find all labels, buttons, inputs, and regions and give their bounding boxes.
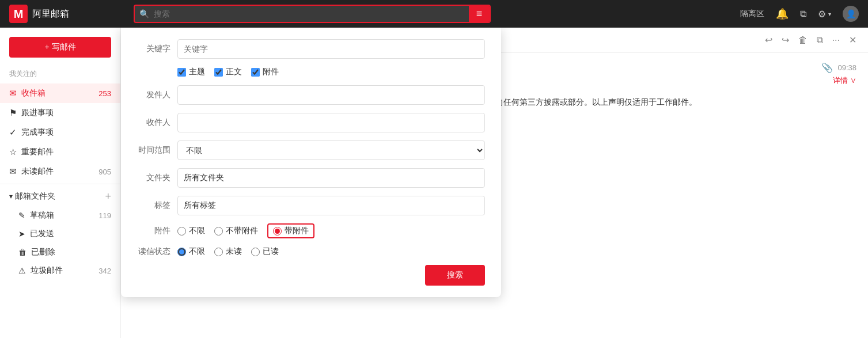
read-item[interactable]: 已读 <box>251 246 279 257</box>
read-unlimited-label: 不限 <box>189 246 205 257</box>
sender-input[interactable] <box>177 85 485 105</box>
sidebar-subitem-deleted[interactable]: 🗑 已删除 <box>0 243 120 261</box>
search-overlay: 关键字 主题 正文 附件 发件人 <box>121 28 501 297</box>
body-checkbox[interactable] <box>214 68 223 77</box>
sender-label: 发件人 <box>137 90 177 100</box>
sidebar-subitem-sent[interactable]: ➤ 已发送 <box>0 225 120 243</box>
attach-with-radio[interactable] <box>273 227 282 236</box>
checkbox-row: 主题 正文 附件 <box>137 67 485 77</box>
attachment-label: 附件 <box>263 67 279 77</box>
unread-label: 未读邮件 <box>21 166 94 177</box>
sidebar-item-unread[interactable]: ✉ 未读邮件 905 <box>0 162 120 181</box>
read-status-label: 读信状态 <box>137 246 177 257</box>
bell-icon[interactable]: 🔔 <box>776 7 789 20</box>
attach-with-item[interactable]: 带附件 <box>267 223 314 238</box>
inbox-icon: ✉ <box>9 88 17 98</box>
attach-none-radio[interactable] <box>214 227 223 236</box>
attachment-radio-group: 不限 不带附件 带附件 <box>177 223 314 238</box>
attach-unlimited-item[interactable]: 不限 <box>177 226 205 236</box>
attachment-checkbox[interactable] <box>251 68 260 77</box>
unread-count: 905 <box>98 168 111 176</box>
keyword-row: 关键字 <box>137 39 485 59</box>
settings-icon[interactable]: ⚙ ▾ <box>818 9 831 20</box>
unread-radio[interactable] <box>214 248 223 256</box>
attach-none-item[interactable]: 不带附件 <box>214 226 258 236</box>
more-icon[interactable]: ··· <box>832 35 840 45</box>
time-range-select[interactable]: 不限 今天 最近一周 最近一月 最近三月 最近半年 最近一年 <box>177 140 485 160</box>
time-range-label: 时间范围 <box>137 145 177 155</box>
checkbox-group: 主题 正文 附件 <box>177 67 279 77</box>
sidebar-subitem-spam[interactable]: ⚠ 垃圾邮件 342 <box>0 261 120 280</box>
search-button[interactable]: 搜索 <box>425 265 485 286</box>
reply-icon[interactable]: ↩ <box>765 35 772 45</box>
important-icon: ☆ <box>9 147 17 157</box>
inbox-label: 收件箱 <box>21 88 94 98</box>
search-icon: 🔍 <box>135 9 154 18</box>
body-label: 正文 <box>226 67 242 77</box>
body-checkbox-item[interactable]: 正文 <box>214 67 242 77</box>
time-range-row: 时间范围 不限 今天 最近一周 最近一月 最近三月 最近半年 最近一年 <box>137 140 485 160</box>
avatar-icon: 👤 <box>846 9 856 18</box>
subject-checkbox[interactable] <box>177 68 186 77</box>
unread-read-label: 未读 <box>226 246 242 257</box>
sent-label: 已发送 <box>30 229 111 239</box>
multiwindow-icon[interactable]: ⧉ <box>800 9 806 19</box>
spam-label: 垃圾邮件 <box>31 265 94 276</box>
sidebar-item-inbox[interactable]: ✉ 收件箱 253 <box>0 83 120 103</box>
unread-icon: ✉ <box>9 166 17 177</box>
search-btn-label: 搜索 <box>447 270 463 279</box>
recipient-input[interactable] <box>177 113 485 132</box>
delete-icon[interactable]: 🗑 <box>798 35 808 45</box>
mailbox-section-header[interactable]: ▾ 邮箱文件夹 + <box>0 187 120 206</box>
close-icon[interactable]: ✕ <box>849 35 856 45</box>
topbar: M 阿里邮箱 🔍 ≡ 隔离区 🔔 ⧉ ⚙ ▾ 👤 <box>0 0 868 28</box>
search-input[interactable] <box>154 9 469 18</box>
followup-icon: ⚑ <box>9 108 17 118</box>
read-unlimited-item[interactable]: 不限 <box>177 246 205 257</box>
avatar[interactable]: 👤 <box>843 6 859 22</box>
folder-input[interactable] <box>177 168 485 188</box>
attach-none-label: 不带附件 <box>226 226 258 236</box>
compose-button[interactable]: + 写邮件 <box>9 37 111 58</box>
subject-checkbox-item[interactable]: 主题 <box>177 67 205 77</box>
filter-icon: ≡ <box>476 8 483 20</box>
followed-label: 我关注的 <box>0 67 120 83</box>
main-layout: + 写邮件 我关注的 ✉ 收件箱 253 ⚑ 跟进事项 ✓ 完成事项 ☆ 重要邮… <box>0 28 868 338</box>
sidebar-item-done[interactable]: ✓ 完成事项 <box>0 123 120 142</box>
tag-row: 标签 <box>137 196 485 215</box>
recipient-row: 收件人 <box>137 113 485 132</box>
paperclip-icon: 📎 <box>821 62 833 73</box>
keyword-input[interactable] <box>177 39 485 59</box>
mailbox-chevron-icon: ▾ <box>9 192 13 200</box>
done-label: 完成事项 <box>21 127 111 138</box>
logo-text: 阿里邮箱 <box>32 8 69 20</box>
sidebar-item-important[interactable]: ☆ 重要邮件 <box>0 142 120 162</box>
important-label: 重要邮件 <box>21 147 111 157</box>
sidebar-item-followup[interactable]: ⚑ 跟进事项 <box>0 103 120 123</box>
search-btn-row: 搜索 <box>137 265 485 286</box>
read-label: 已读 <box>263 246 279 257</box>
attachment-checkbox-item[interactable]: 附件 <box>251 67 279 77</box>
email-time: 09:38 <box>837 63 856 72</box>
read-radio[interactable] <box>251 248 260 256</box>
followup-label: 跟进事项 <box>21 108 111 118</box>
settings-chevron: ▾ <box>828 11 831 17</box>
search-bar: 🔍 ≡ <box>134 5 491 23</box>
reply-all-icon[interactable]: ↪ <box>782 35 789 45</box>
mailbox-add-icon[interactable]: + <box>105 191 111 202</box>
isolate-label[interactable]: 隔离区 <box>740 9 764 19</box>
inbox-count: 253 <box>98 89 111 98</box>
draft-icon: ✎ <box>18 211 25 220</box>
sidebar: + 写邮件 我关注的 ✉ 收件箱 253 ⚑ 跟进事项 ✓ 完成事项 ☆ 重要邮… <box>0 28 121 338</box>
folder-row: 文件夹 <box>137 168 485 188</box>
duplicate-icon[interactable]: ⧉ <box>817 35 823 45</box>
sender-row: 发件人 <box>137 85 485 105</box>
read-unlimited-radio[interactable] <box>177 248 186 256</box>
filter-toggle-button[interactable]: ≡ <box>469 6 490 22</box>
sidebar-subitem-draft[interactable]: ✎ 草稿箱 119 <box>0 206 120 225</box>
unread-item[interactable]: 未读 <box>214 246 242 257</box>
logo: M 阿里邮箱 <box>9 5 124 23</box>
tag-input[interactable] <box>177 196 485 215</box>
attach-unlimited-radio[interactable] <box>177 227 186 236</box>
read-radio-group: 不限 未读 已读 <box>177 246 279 257</box>
